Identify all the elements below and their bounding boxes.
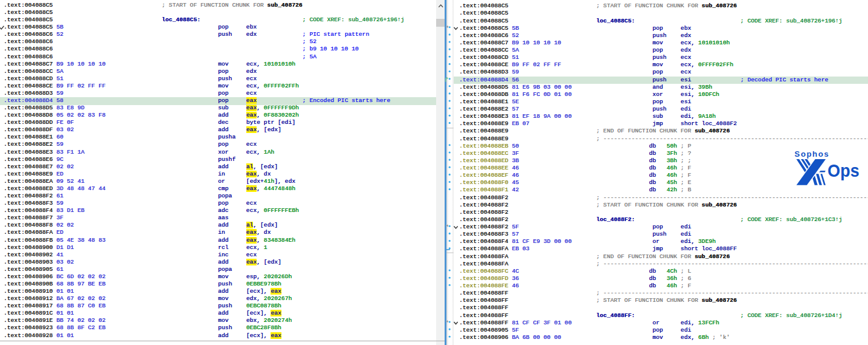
svg-text:Sophos: Sophos: [795, 149, 830, 159]
svg-text:Ops: Ops: [827, 161, 859, 180]
